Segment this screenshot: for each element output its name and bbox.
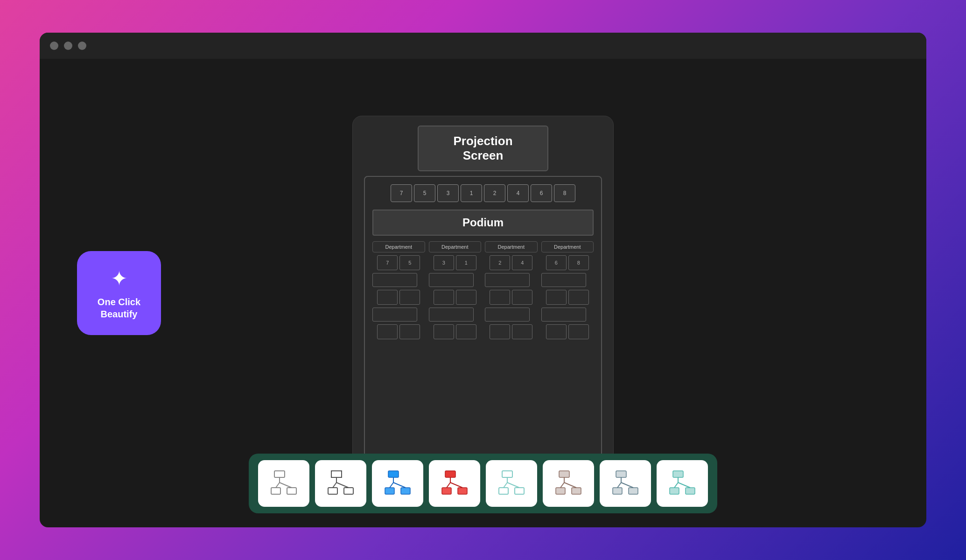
department-col-3: Department 2 4 (485, 241, 538, 452)
svg-rect-2 (287, 488, 296, 494)
seat-pair-1c (372, 324, 425, 339)
seat-1c-r (399, 324, 420, 339)
svg-line-36 (564, 483, 576, 488)
toolbar-item-2[interactable] (315, 460, 366, 507)
stage-area: 7 5 3 1 2 4 6 8 Podium Depart (364, 176, 602, 461)
chair-7: 7 (391, 184, 412, 202)
seat-1b-r (399, 290, 420, 305)
desk-1c (372, 308, 417, 322)
seat-pair-4b (541, 290, 594, 305)
svg-rect-37 (616, 471, 626, 477)
close-button[interactable] (50, 42, 58, 50)
svg-rect-13 (388, 471, 399, 477)
seat-1: 1 (456, 255, 476, 270)
main-window: ✦ One ClickBeautify ProjectionScreen 7 5… (40, 33, 926, 527)
toolbar-item-6[interactable] (543, 460, 594, 507)
svg-rect-19 (445, 471, 455, 477)
svg-line-17 (390, 483, 393, 488)
podium-label: Podium (379, 216, 587, 229)
svg-line-10 (333, 483, 336, 488)
svg-marker-12 (331, 471, 342, 477)
seat-row-2a (429, 273, 482, 287)
dept-label-2: Department (429, 241, 482, 252)
seat-pair-2b (429, 290, 482, 305)
seat-pair-3: 2 4 (485, 255, 538, 270)
toolbar-item-7[interactable] (600, 460, 651, 507)
svg-rect-0 (274, 471, 285, 477)
toolbar-item-3[interactable] (372, 460, 423, 507)
seat-3c-l (490, 324, 510, 339)
desk-2a (429, 273, 474, 287)
svg-rect-20 (442, 488, 451, 494)
svg-rect-21 (458, 488, 467, 494)
seat-3: 3 (434, 255, 454, 270)
svg-line-42 (621, 483, 633, 488)
svg-line-35 (560, 483, 564, 488)
seat-pair-2: 3 1 (429, 255, 482, 270)
dept-label-4: Department (541, 241, 594, 252)
toolbar-item-8[interactable] (657, 460, 708, 507)
svg-line-47 (674, 483, 678, 488)
chair-3: 3 (437, 184, 459, 202)
chair-4: 4 (507, 184, 529, 202)
svg-rect-32 (556, 488, 565, 494)
department-col-1: Department 7 5 (372, 241, 425, 452)
svg-rect-8 (344, 488, 353, 494)
one-click-beautify-button[interactable]: ✦ One ClickBeautify (77, 251, 161, 335)
minimize-button[interactable] (64, 42, 72, 50)
projection-screen: ProjectionScreen (418, 126, 548, 171)
toolbar-item-4[interactable] (429, 460, 480, 507)
sparkle-icon: ✦ (111, 266, 128, 290)
svg-rect-26 (499, 488, 508, 494)
seat-7: 7 (377, 255, 398, 270)
svg-rect-25 (502, 471, 512, 477)
svg-line-41 (617, 483, 621, 488)
seat-row-2c (429, 308, 482, 322)
svg-line-11 (336, 483, 349, 488)
svg-rect-7 (328, 488, 337, 494)
svg-line-30 (507, 483, 519, 488)
svg-line-18 (393, 483, 406, 488)
seat-8: 8 (568, 255, 589, 270)
department-col-4: Department 6 8 (541, 241, 594, 452)
seat-2c-l (434, 324, 454, 339)
seat-row-4a (541, 273, 594, 287)
seat-pair-2c (429, 324, 482, 339)
chair-6: 6 (531, 184, 552, 202)
seat-4b-r (568, 290, 589, 305)
seat-6: 6 (546, 255, 567, 270)
ocb-label: One ClickBeautify (98, 296, 140, 320)
svg-rect-39 (629, 488, 638, 494)
seat-3b-l (490, 290, 510, 305)
chair-5: 5 (414, 184, 435, 202)
chair-8: 8 (554, 184, 575, 202)
svg-line-23 (447, 483, 450, 488)
svg-rect-14 (385, 488, 394, 494)
maximize-button[interactable] (78, 42, 86, 50)
seat-4: 4 (512, 255, 532, 270)
toolbar-item-1[interactable] (258, 460, 309, 507)
seat-5: 5 (399, 255, 420, 270)
department-col-2: Department 3 1 (429, 241, 482, 452)
svg-rect-43 (673, 471, 683, 477)
svg-rect-38 (613, 488, 622, 494)
seat-pair-1b (372, 290, 425, 305)
departments-area: Department 7 5 (372, 241, 594, 452)
svg-rect-6 (331, 471, 342, 477)
chair-1: 1 (461, 184, 482, 202)
seat-pair-4c (541, 324, 594, 339)
svg-line-24 (450, 483, 462, 488)
chair-2: 2 (484, 184, 505, 202)
svg-rect-45 (686, 488, 695, 494)
toolbar-item-5[interactable] (486, 460, 537, 507)
seat-1b-l (377, 290, 398, 305)
svg-rect-33 (572, 488, 581, 494)
dept-label-1: Department (372, 241, 425, 252)
seat-2b-r (456, 290, 476, 305)
svg-rect-44 (670, 488, 679, 494)
svg-line-48 (678, 483, 690, 488)
seat-3b-r (512, 290, 532, 305)
desk-1a (372, 273, 417, 287)
seat-row-3a (485, 273, 538, 287)
svg-rect-15 (401, 488, 410, 494)
